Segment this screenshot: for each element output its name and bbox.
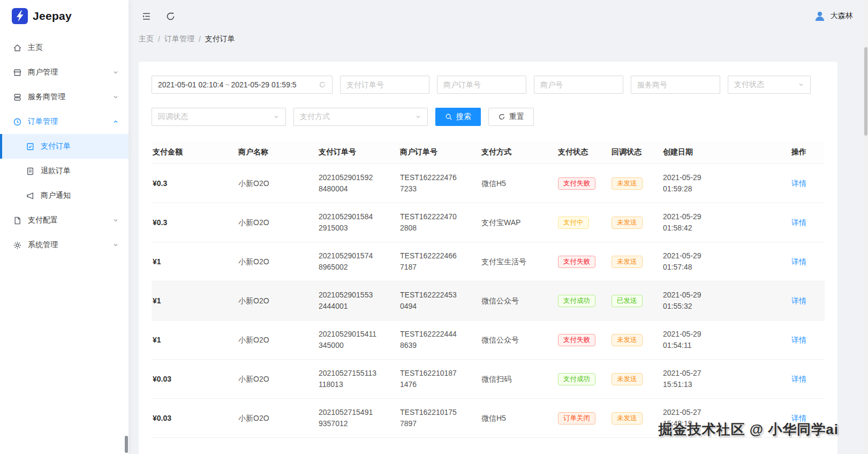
- detail-link[interactable]: 详情: [791, 218, 806, 227]
- notify-state-cell: 未发送: [605, 203, 656, 242]
- pay-way-select[interactable]: 支付方式: [293, 108, 428, 126]
- chevron-down-icon: [112, 94, 119, 100]
- gear-icon: [13, 241, 22, 250]
- order-mgmt-submenu: 支付订单 退款订单 商户通知: [0, 134, 129, 208]
- detail-link[interactable]: 详情: [791, 375, 806, 383]
- pay-way-cell: 微信扫码: [475, 360, 552, 399]
- username: 大森林: [831, 11, 853, 21]
- date-range-value: 2021-05-01 02:10:4 ~ 2021-05-29 01:59:5: [158, 80, 297, 89]
- detail-link[interactable]: 详情: [791, 336, 806, 344]
- mch-order-no-cell: TEST1622224667187: [394, 242, 475, 281]
- mch-order-no-cell: TEST1622224530494: [394, 281, 475, 321]
- date-separator: ~: [225, 80, 229, 89]
- table-row: ¥1 小新O2O 20210529015532444001 TEST162222…: [152, 281, 825, 321]
- table-row: ¥0.3 小新O2O 20210529015842915003 TEST1622…: [152, 203, 825, 242]
- orders-table-body: ¥0.3 小新O2O 20210529015928480004 TEST1622…: [152, 164, 825, 438]
- table-header-row: 支付金额商户名称支付订单号商户订单号支付方式支付状态回调状态创建日期操作: [152, 141, 825, 164]
- sidebar: Jeepay 主页 商户管理: [0, 0, 129, 454]
- sidebar-item-label: 退款订单: [41, 166, 71, 176]
- sidebar-item-pay-orders[interactable]: 支付订单: [0, 134, 129, 159]
- megaphone-icon: [26, 191, 35, 200]
- created-cell: 2021-05-29 01:55:32: [656, 281, 785, 321]
- notify-state-badge: 未发送: [612, 412, 643, 425]
- action-cell: 详情: [785, 321, 825, 360]
- amount-cell: ¥0.03: [152, 360, 232, 399]
- mch-order-no-input[interactable]: [437, 76, 526, 94]
- file-icon: [13, 216, 22, 225]
- created-cell: 2021-05-27 15:51:13: [656, 360, 785, 399]
- breadcrumb-home[interactable]: 主页: [139, 34, 154, 44]
- detail-link[interactable]: 详情: [791, 257, 806, 266]
- search-button[interactable]: 搜索: [435, 108, 481, 126]
- pay-order-no-cell: 20210529015748965002: [312, 242, 394, 281]
- chevron-down-icon: [112, 69, 119, 76]
- select-placeholder: 支付状态: [734, 80, 764, 90]
- pay-way-cell: 支付宝WAP: [475, 203, 552, 242]
- collapse-sidebar-icon[interactable]: [141, 11, 152, 21]
- home-icon: [13, 43, 22, 53]
- topbar: 大森林: [129, 0, 868, 32]
- select-placeholder: 回调状态: [158, 112, 188, 122]
- merchant-cell: 小新O2O: [232, 203, 312, 242]
- action-cell: 详情: [785, 242, 825, 281]
- sidebar-item-home[interactable]: 主页: [0, 35, 129, 60]
- sidebar-item-pay-config[interactable]: 支付配置: [0, 208, 129, 233]
- page-scrollbar-thumb[interactable]: [864, 47, 867, 136]
- clock-circle-icon: [13, 117, 22, 126]
- notify-state-badge: 未发送: [612, 256, 643, 268]
- column-header-5: 支付状态: [552, 141, 605, 164]
- pay-state-badge: 支付失败: [558, 256, 595, 268]
- main-area: 大森林 主页 / 订单管理 / 支付订单 2021-05-01 02:10:4 …: [129, 0, 868, 454]
- sidebar-item-label: 订单管理: [28, 117, 58, 126]
- watermark: 掘金技术社区 @ 小华同学ai: [659, 420, 839, 439]
- table-row: ¥1 小新O2O 20210529015411345000 TEST162222…: [152, 321, 825, 360]
- refresh-page-icon[interactable]: [165, 11, 176, 21]
- pay-way-cell: 支付宝生活号: [475, 242, 552, 281]
- jeepay-logo-icon: [12, 8, 28, 24]
- sidebar-item-system-mgmt[interactable]: 系统管理: [0, 233, 129, 257]
- detail-link[interactable]: 详情: [791, 296, 806, 305]
- chevron-down-icon: [415, 114, 421, 120]
- sidebar-item-refund-orders[interactable]: 退款订单: [0, 159, 129, 183]
- filter-row-1: 2021-05-01 02:10:4 ~ 2021-05-29 01:59:5 …: [152, 76, 825, 94]
- pay-order-no-cell: 20210529015842915003: [312, 203, 394, 242]
- merchant-cell: 小新O2O: [232, 321, 312, 360]
- merchant-cell: 小新O2O: [232, 360, 312, 399]
- sidebar-scrollbar-thumb[interactable]: [125, 436, 128, 453]
- document-lines-icon: [26, 167, 35, 176]
- sidebar-item-label: 主页: [28, 43, 43, 53]
- sidebar-item-order-mgmt[interactable]: 订单管理: [0, 109, 129, 134]
- sidebar-item-label: 服务商管理: [28, 92, 65, 102]
- pay-state-cell: 支付失败: [552, 164, 605, 203]
- pay-state-cell: 支付失败: [552, 242, 605, 281]
- sidebar-item-isv-mgmt[interactable]: 服务商管理: [0, 85, 129, 109]
- pay-way-cell: 微信H5: [475, 164, 552, 203]
- date-range-picker[interactable]: 2021-05-01 02:10:4 ~ 2021-05-29 01:59:5: [152, 76, 333, 94]
- sidebar-item-merchant-notify[interactable]: 商户通知: [0, 183, 129, 208]
- pay-state-badge: 支付失败: [558, 177, 595, 190]
- sidebar-item-merchant-mgmt[interactable]: 商户管理: [0, 60, 129, 85]
- notify-state-select[interactable]: 回调状态: [152, 108, 286, 126]
- pay-state-badge: 支付成功: [558, 295, 595, 307]
- column-header-8: 操作: [785, 141, 825, 164]
- reset-icon: [498, 113, 505, 121]
- breadcrumb-separator: /: [158, 35, 160, 43]
- detail-link[interactable]: 详情: [791, 179, 806, 188]
- reset-button[interactable]: 重置: [488, 108, 534, 126]
- notify-state-badge: 未发送: [612, 217, 643, 229]
- pay-state-select[interactable]: 支付状态: [728, 76, 811, 94]
- column-header-6: 回调状态: [605, 141, 656, 164]
- breadcrumb-order-mgmt[interactable]: 订单管理: [164, 34, 194, 44]
- isv-no-input[interactable]: [631, 76, 720, 94]
- page-scrollbar[interactable]: [864, 0, 868, 454]
- pay-order-no-input[interactable]: [340, 76, 429, 94]
- pay-state-badge: 订单关闭: [558, 412, 595, 425]
- mch-no-input[interactable]: [534, 76, 623, 94]
- notify-state-badge: 已发送: [612, 295, 643, 307]
- action-cell: 详情: [785, 360, 825, 399]
- mch-order-no-cell: TEST1622101871476: [394, 360, 475, 399]
- content-card: 2021-05-01 02:10:4 ~ 2021-05-29 01:59:5 …: [139, 62, 837, 454]
- user-menu[interactable]: 大森林: [813, 10, 853, 23]
- logo: Jeepay: [0, 0, 129, 32]
- notify-state-badge: 未发送: [612, 177, 643, 190]
